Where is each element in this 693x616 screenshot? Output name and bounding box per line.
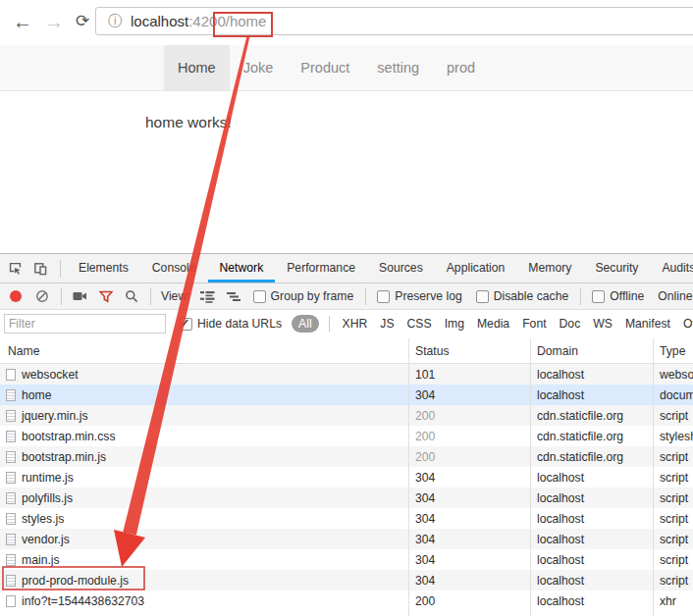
request-row-bootstrap-min-js[interactable]: bootstrap.min.js200cdn.staticfile.orgscr… <box>0 446 693 467</box>
reload-icon[interactable]: ⟳ <box>76 9 89 34</box>
request-row-runtime-js[interactable]: runtime.js304localhostscript <box>0 467 693 488</box>
nav-tab-home[interactable]: Home <box>164 45 230 90</box>
page-info-icon[interactable]: ⓘ <box>108 13 122 30</box>
request-name-cell: styles.js <box>0 512 408 526</box>
nav-tab-setting[interactable]: setting <box>363 45 433 90</box>
column-header-name[interactable]: Name <box>0 344 408 358</box>
devtools-tab-performance[interactable]: Performance <box>275 254 367 282</box>
record-button[interactable] <box>10 290 22 302</box>
request-name-cell: websocket <box>0 368 408 382</box>
request-name-cell: runtime.js <box>0 471 408 485</box>
filter-input[interactable] <box>4 314 166 334</box>
nav-tab-joke[interactable]: Joke <box>230 45 288 90</box>
type-filter-manifest[interactable]: Manifest <box>625 317 670 331</box>
show-overview-icon[interactable] <box>227 290 241 303</box>
checkbox-box <box>253 290 266 303</box>
devtools-tab-memory[interactable]: Memory <box>516 254 583 282</box>
clear-icon[interactable] <box>35 289 49 303</box>
request-name: bootstrap.min.css <box>22 430 116 443</box>
inspect-element-icon[interactable] <box>8 261 23 276</box>
request-row-websocket[interactable]: websocket101localhostwebsocket <box>0 364 693 385</box>
file-icon <box>6 534 16 545</box>
request-status-cell: 200 <box>408 450 530 464</box>
request-type-cell: script <box>653 450 693 464</box>
request-name-cell: prod-prod-module.js <box>0 574 408 588</box>
request-status-cell: 101 <box>408 368 530 382</box>
request-name: bootstrap.min.js <box>22 450 106 464</box>
throttling-select[interactable]: Online <box>658 289 692 303</box>
checkbox-label: Disable cache <box>494 289 569 303</box>
request-status-cell: 304 <box>408 491 530 505</box>
hide-data-urls-checkbox[interactable]: Hide data URLs <box>180 317 282 331</box>
checkbox-box <box>377 290 390 303</box>
type-filter-other[interactable]: Other <box>683 317 693 331</box>
view-label: View: <box>161 289 190 303</box>
devtools-tab-elements[interactable]: Elements <box>67 254 140 282</box>
type-filter-css[interactable]: CSS <box>407 317 432 331</box>
request-domain-cell: localhost <box>530 512 653 526</box>
filter-funnel-icon[interactable] <box>99 290 113 303</box>
type-filter-xhr[interactable]: XHR <box>343 317 368 331</box>
forward-icon[interactable]: → <box>44 9 64 34</box>
request-name-cell: home <box>0 388 408 402</box>
type-filter-font[interactable]: Font <box>522 317 546 331</box>
network-toolbar: View: Group by frame Preserve log Disabl… <box>0 283 693 310</box>
table-header-row: Name Status Domain Type <box>0 338 693 364</box>
request-domain-cell: localhost <box>530 553 653 567</box>
type-filter-ws[interactable]: WS <box>593 317 613 331</box>
request-row-vendor-js[interactable]: vendor.js304localhostscript <box>0 529 693 549</box>
file-icon <box>6 410 16 422</box>
devtools-tab-application[interactable]: Application <box>435 254 517 282</box>
request-domain-cell: localhost <box>530 471 653 485</box>
url-port: :4200 <box>188 13 226 29</box>
devtools-tab-sources[interactable]: Sources <box>367 254 435 282</box>
resource-icon <box>6 369 16 381</box>
request-row-main-js[interactable]: main.js304localhostscript <box>0 549 693 570</box>
devtools-tab-console[interactable]: Console <box>140 254 208 282</box>
divider <box>365 287 366 305</box>
request-domain-cell: localhost <box>530 533 653 546</box>
preserve-log-checkbox[interactable]: Preserve log <box>377 289 461 303</box>
nav-tab-prod[interactable]: prod <box>433 45 489 90</box>
column-header-status[interactable]: Status <box>408 344 530 358</box>
request-row-bootstrap-min-css[interactable]: bootstrap.min.css200cdn.staticfile.orgst… <box>0 426 693 446</box>
device-toolbar-icon[interactable] <box>32 261 48 277</box>
checkbox-label: Hide data URLs <box>197 317 282 331</box>
request-name-cell: bootstrap.min.css <box>0 430 408 443</box>
request-name: main.js <box>22 553 60 567</box>
back-icon[interactable]: ← <box>13 9 32 34</box>
checkbox-label: Offline <box>610 289 644 303</box>
request-status-cell: 304 <box>408 533 530 546</box>
request-name: prod-prod-module.js <box>22 574 129 588</box>
search-icon[interactable] <box>125 289 138 303</box>
offline-checkbox[interactable]: Offline <box>592 289 644 303</box>
divider <box>150 287 151 305</box>
type-filter-media[interactable]: Media <box>477 317 509 331</box>
column-header-domain[interactable]: Domain <box>530 344 653 358</box>
page-content: home works! <box>0 92 693 252</box>
request-domain-cell: cdn.staticfile.org <box>530 430 653 443</box>
request-row-info-t-1544438632703[interactable]: info?t=1544438632703200localhostxhr <box>0 590 693 611</box>
capture-screenshots-icon[interactable] <box>73 290 87 302</box>
type-filter-doc[interactable]: Doc <box>560 317 581 331</box>
type-filter-all[interactable]: All <box>292 315 319 333</box>
request-row-prod-prod-module-js[interactable]: prod-prod-module.js304localhostscript <box>0 570 693 590</box>
request-name-cell: main.js <box>0 553 408 567</box>
address-bar[interactable]: ⓘ localhost:4200/home <box>95 7 693 35</box>
request-row-polyfills-js[interactable]: polyfills.js304localhostscript <box>0 488 693 508</box>
nav-tab-product[interactable]: Product <box>287 45 363 90</box>
request-row-styles-js[interactable]: styles.js304localhostscript <box>0 508 693 529</box>
devtools-tab-security[interactable]: Security <box>583 254 650 282</box>
request-row-jquery-min-js[interactable]: jquery.min.js200cdn.staticfile.orgscript <box>0 405 693 426</box>
request-row-home[interactable]: home304localhostdocument <box>0 385 693 405</box>
large-request-rows-icon[interactable] <box>200 290 215 303</box>
devtools-tab-audits[interactable]: Audits <box>650 254 693 282</box>
request-status-cell: 304 <box>408 512 530 526</box>
type-filter-img[interactable]: Img <box>445 317 464 331</box>
devtools-tab-network[interactable]: Network <box>208 254 276 282</box>
type-filter-js[interactable]: JS <box>380 317 394 331</box>
column-header-type[interactable]: Type <box>653 344 693 358</box>
disable-cache-checkbox[interactable]: Disable cache <box>476 289 569 303</box>
group-by-frame-checkbox[interactable]: Group by frame <box>253 289 354 303</box>
request-name: runtime.js <box>22 471 74 485</box>
